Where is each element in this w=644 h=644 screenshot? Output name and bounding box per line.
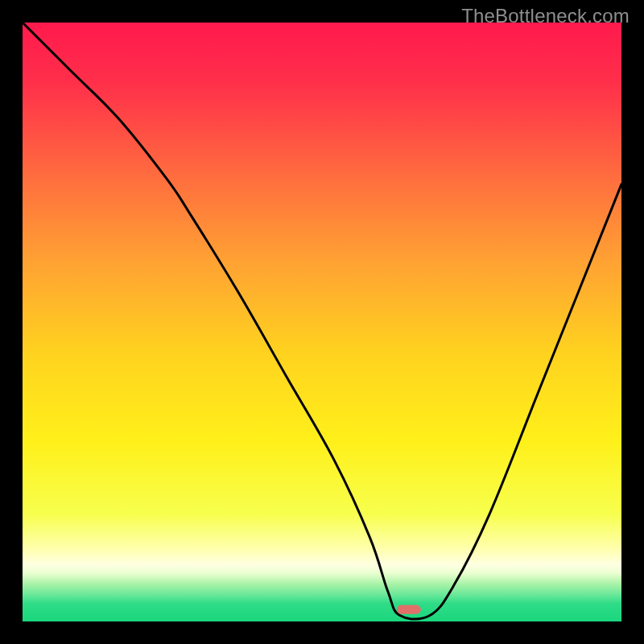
bottleneck-chart bbox=[0, 0, 644, 644]
chart-frame: TheBottleneck.com bbox=[0, 0, 644, 644]
watermark-label: TheBottleneck.com bbox=[461, 5, 630, 27]
optimal-marker bbox=[397, 605, 421, 614]
